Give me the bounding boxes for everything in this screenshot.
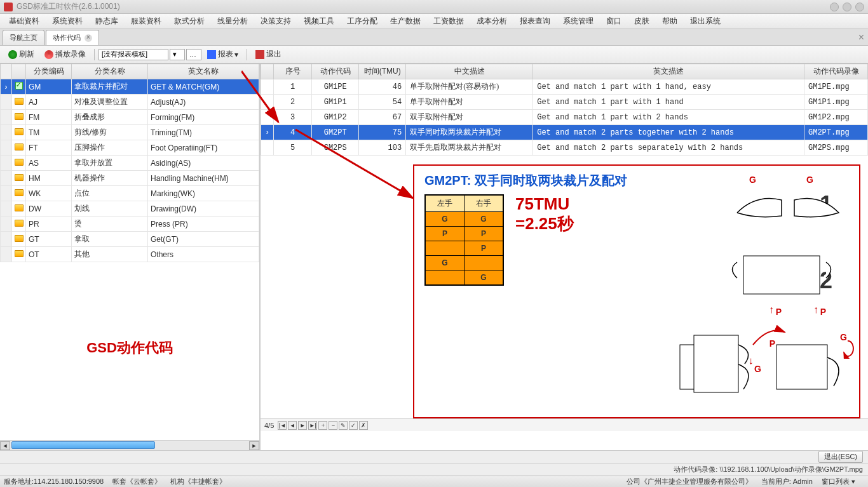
exit-button[interactable]: 退出 (251, 47, 286, 62)
category-row[interactable]: AJ对准及调整位置Adjust(AJ) (1, 95, 259, 110)
svg-rect-5 (694, 335, 738, 392)
exit-icon (255, 50, 264, 59)
scroll-right-icon[interactable]: ► (249, 441, 259, 450)
category-row[interactable]: FM折叠成形Forming(FM) (1, 110, 259, 125)
menu-item[interactable]: 线量分析 (211, 14, 254, 29)
tab-close-icon[interactable]: × (85, 34, 92, 42)
page-del-icon[interactable]: − (329, 421, 337, 430)
col-cn[interactable]: 中文描述 (406, 64, 533, 79)
tab-action-code[interactable]: 动作代码× (46, 30, 99, 45)
folder-icon (15, 159, 24, 166)
action-grid[interactable]: 序号 动作代码 时间(TMU) 中文描述 英文描述 动作代码录像 1GM1PE4… (261, 63, 868, 156)
col-code[interactable]: 分类编码 (26, 64, 72, 79)
maximize-button[interactable] (843, 3, 851, 11)
tab-nav-home[interactable]: 导航主页 (3, 30, 44, 45)
folder-icon (15, 204, 24, 211)
template-dropdown[interactable] (170, 49, 185, 60)
play-icon (44, 50, 53, 59)
page-first-icon[interactable]: |◄ (278, 421, 287, 430)
action-row[interactable]: 1GM1PE46单手取附件配对(容易动作)Get and match 1 par… (261, 79, 868, 95)
menu-item[interactable]: 退出系统 (684, 14, 727, 29)
col-tmu[interactable]: 时间(TMU) (359, 64, 406, 79)
right-panel: 序号 动作代码 时间(TMU) 中文描述 英文描述 动作代码录像 1GM1PE4… (261, 63, 868, 450)
illustration-panel: GM2PT: 双手同时取两块裁片及配对 左手右手 GGPPPGG 75TMU =… (413, 164, 860, 418)
statusbar: 服务地址:114.215.180.150:9908 帐套《云帐套》 机构《丰捷帐… (0, 476, 868, 487)
menu-item[interactable]: 窗口 (600, 14, 628, 29)
col-name[interactable]: 分类名称 (72, 64, 148, 79)
page-edit-icon[interactable]: ✎ (339, 421, 348, 430)
menu-item[interactable]: 款式分析 (168, 14, 211, 29)
report-button[interactable]: 报表▾ (203, 47, 243, 62)
menu-item[interactable]: 皮肤 (628, 14, 656, 29)
menu-item[interactable]: 系统资料 (46, 14, 89, 29)
svg-rect-4 (776, 345, 827, 389)
folder-icon (15, 98, 24, 105)
menu-item[interactable]: 基础资料 (3, 14, 46, 29)
menu-item[interactable]: 工资数据 (427, 14, 470, 29)
window-title: GSD标准工时软件(2.6.1.0001) (17, 1, 826, 12)
folder-icon (15, 220, 24, 227)
action-row[interactable]: 3GM1P267双手取附件配对Get and match 1 part with… (261, 110, 868, 125)
template-more[interactable] (186, 49, 201, 60)
minimize-button[interactable] (830, 3, 839, 11)
page-prev-icon[interactable]: ◄ (288, 421, 297, 430)
menu-item[interactable]: 报表查询 (513, 14, 557, 29)
page-add-icon[interactable]: + (318, 421, 327, 430)
menu-item[interactable]: 帮助 (656, 14, 684, 29)
report-template-select[interactable] (98, 49, 168, 60)
hands-step1-icon (731, 181, 845, 225)
window-list-dropdown[interactable]: 窗口列表 ▾ (822, 477, 855, 486)
tab-label: 动作代码 (53, 33, 81, 43)
col-en[interactable]: 英文名称 (148, 64, 259, 79)
col-seq[interactable]: 序号 (274, 64, 312, 79)
svg-rect-2 (743, 256, 820, 294)
refresh-button[interactable]: 刷新 (4, 47, 39, 62)
scroll-left-icon[interactable]: ◄ (0, 441, 10, 450)
separator (94, 49, 95, 60)
menu-item[interactable]: 视频工具 (297, 14, 341, 29)
category-row[interactable]: HM机器操作Handling Machine(HM) (1, 171, 259, 186)
play-button[interactable]: 播放录像 (40, 47, 90, 62)
page-cancel-icon[interactable]: ✗ (359, 421, 368, 430)
close-all-tabs-icon[interactable]: × (858, 32, 864, 43)
status-company: 公司《广州丰捷企业管理服务有限公司》 (627, 477, 752, 486)
col-action-code[interactable]: 动作代码 (312, 64, 359, 79)
menu-item[interactable]: 决策支持 (254, 14, 297, 29)
action-row[interactable]: ›4GM2PT75双手同时取两块裁片并配对Get and match 2 par… (261, 125, 868, 140)
menu-item[interactable]: 系统管理 (557, 14, 600, 29)
menu-item[interactable]: 成本分析 (470, 14, 513, 29)
page-confirm-icon[interactable]: ✓ (349, 421, 358, 430)
category-row[interactable]: AS拿取并放置Asiding(AS) (1, 156, 259, 171)
exit-esc-button[interactable]: 退出(ESC) (818, 451, 863, 463)
category-row[interactable]: TM剪线/修剪Triming(TM) (1, 125, 259, 140)
h-scrollbar[interactable]: ◄ ► (0, 440, 259, 450)
menu-item[interactable]: 工序分配 (341, 14, 384, 29)
tabbar: 导航主页 动作代码× × (0, 29, 868, 46)
category-row[interactable]: DW划线Drawing(DW) (1, 201, 259, 217)
category-row[interactable]: WK点位Marking(WK) (1, 186, 259, 201)
category-row[interactable]: OT其他Others (1, 247, 259, 262)
category-row[interactable]: FT压脚操作Foot Operatiing(FT) (1, 140, 259, 156)
close-button[interactable] (855, 3, 864, 11)
toolbar: 刷新 播放录像 报表▾ 退出 (0, 46, 868, 63)
menu-item[interactable]: 静态库 (89, 14, 125, 29)
category-row[interactable]: GT拿取Get(GT) (1, 232, 259, 247)
folder-icon (15, 128, 24, 135)
page-last-icon[interactable]: ►| (308, 421, 317, 430)
col-en[interactable]: 英文描述 (533, 64, 804, 79)
tmu-seconds: =2.25秒 (515, 214, 574, 234)
page-next-icon[interactable]: ► (298, 421, 307, 430)
folder-icon (15, 143, 24, 150)
col-video[interactable]: 动作代码录像 (804, 64, 868, 79)
category-row[interactable]: PR烫Press (PR) (1, 217, 259, 232)
status-org: 机构《丰捷帐套》 (170, 477, 226, 486)
action-row[interactable]: 2GM1P154单手取附件配对Get and match 1 part with… (261, 95, 868, 110)
menu-item[interactable]: 生产数据 (384, 14, 427, 29)
folder-icon (15, 82, 23, 90)
menu-item[interactable]: 服装资料 (125, 14, 168, 29)
action-row[interactable]: 5GM2PS103双手先后取两块裁片并配对Get and match 2 par… (261, 140, 868, 156)
scroll-thumb[interactable] (11, 441, 155, 449)
hand-sequence-table: 左手右手 GGPPPGG (424, 194, 504, 286)
category-grid[interactable]: 分类编码 分类名称 英文名称 ›GM拿取裁片并配对GET & MATCH(GM)… (0, 63, 259, 262)
category-row[interactable]: ›GM拿取裁片并配对GET & MATCH(GM) (1, 79, 259, 95)
